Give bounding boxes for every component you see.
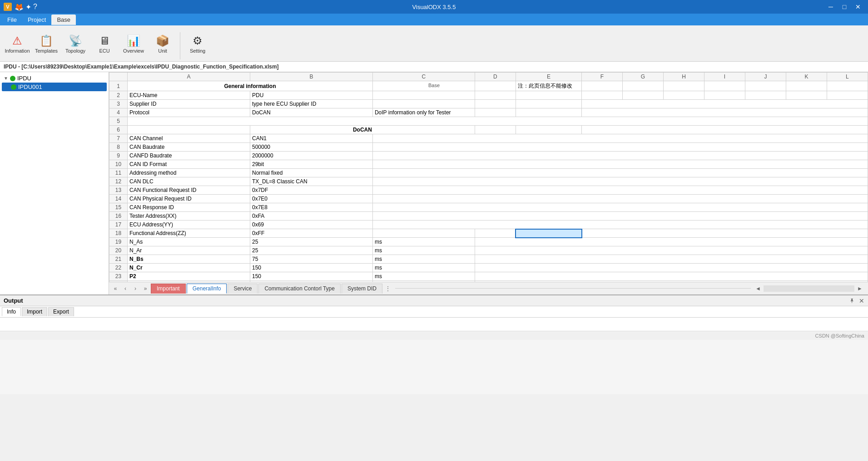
cell-19c[interactable]: ms <box>372 238 475 246</box>
cell-2l[interactable] <box>827 91 868 100</box>
cell-4e[interactable] <box>516 108 581 117</box>
cell-16a[interactable]: Tester Address(XX) <box>128 212 250 221</box>
menu-file[interactable]: File <box>2 15 22 25</box>
tab-communication-control[interactable]: Communication Contorl Type <box>258 284 341 294</box>
scroll-right-icon[interactable]: ► <box>855 284 864 294</box>
toolbar-templates[interactable]: 📋 Templates <box>33 29 60 59</box>
sheet-nav-last[interactable]: » <box>141 284 150 294</box>
cell-2b[interactable]: PDU <box>250 91 372 100</box>
cell-18c[interactable] <box>372 229 475 238</box>
cell-18d[interactable] <box>475 229 516 238</box>
sheet-nav-prev[interactable]: ‹ <box>121 284 130 294</box>
cell-14a[interactable]: CAN Physical Request ID <box>128 195 250 203</box>
sheet-more-btn[interactable]: ⋮ <box>383 284 392 294</box>
cell-17a[interactable]: ECU Address(YY) <box>128 221 250 229</box>
cell-20b[interactable]: 25 <box>250 246 372 255</box>
tab-general-info[interactable]: GeneralInfo <box>187 284 227 294</box>
cell-19b[interactable]: 25 <box>250 238 372 246</box>
cell-3c[interactable] <box>372 100 475 108</box>
cell-22a[interactable]: N_Cr <box>128 264 250 272</box>
menu-base[interactable]: Base <box>51 15 76 25</box>
cell-3d[interactable] <box>475 100 516 108</box>
cell-21a[interactable]: N_Bs <box>128 255 250 264</box>
output-tab-export[interactable]: Export <box>48 307 74 316</box>
cell-6-docan[interactable]: DoCAN <box>250 126 475 134</box>
toolbar-topology[interactable]: 📡 Topology <box>62 29 89 59</box>
table-wrapper[interactable]: A B C D E F G H I J K L <box>109 72 868 282</box>
cell-1j[interactable] <box>745 81 786 91</box>
cell-18a[interactable]: Functional Address(ZZ) <box>128 229 250 238</box>
cell-12b[interactable]: TX_DL=8 Classic CAN <box>250 177 372 186</box>
cell-2f[interactable] <box>582 91 623 100</box>
cell-2i[interactable] <box>704 91 745 100</box>
star-icon[interactable]: ✦ <box>25 3 31 11</box>
cell-1c[interactable] <box>372 81 475 91</box>
toolbar-information[interactable]: ⚠ Information <box>4 29 31 59</box>
sheet-nav-first[interactable]: « <box>111 284 120 294</box>
general-info-cell[interactable]: General information <box>128 81 373 91</box>
cell-23a[interactable]: P2 <box>128 272 250 281</box>
toolbar-setting[interactable]: ⚙ Setting <box>184 29 211 59</box>
cell-3b[interactable]: type here ECU Supplier ID <box>250 100 372 108</box>
cell-21b[interactable]: 75 <box>250 255 372 264</box>
output-close-button[interactable]: ✕ <box>859 297 864 304</box>
cell-6e[interactable] <box>516 126 581 134</box>
cell-1d[interactable] <box>475 81 516 91</box>
output-tab-import[interactable]: Import <box>22 307 47 316</box>
help-icon[interactable]: ? <box>33 3 37 11</box>
minimize-button[interactable]: ─ <box>824 1 837 12</box>
cell-2d[interactable] <box>475 91 516 100</box>
tree-child-ipdu001[interactable]: IPDU001 <box>2 83 107 91</box>
cell-14b[interactable]: 0x7E0 <box>250 195 372 203</box>
cell-2c[interactable] <box>372 91 475 100</box>
cell-23b[interactable]: 150 <box>250 272 372 281</box>
cell-3e[interactable] <box>516 100 581 108</box>
cell-2e[interactable] <box>516 91 581 100</box>
cell-20a[interactable]: N_Ar <box>128 246 250 255</box>
tab-system-did[interactable]: System DID <box>342 284 382 294</box>
cell-15b[interactable]: 0x7E8 <box>250 203 372 212</box>
cell-1i[interactable] <box>704 81 745 91</box>
tree-root-ipdu[interactable]: ▼ IPDU <box>2 74 107 83</box>
cell-15a[interactable]: CAN Response ID <box>128 203 250 212</box>
cell-6a[interactable] <box>128 126 250 134</box>
cell-13a[interactable]: CAN Functional Request ID <box>128 186 250 195</box>
cell-12a[interactable]: CAN DLC <box>128 177 250 186</box>
cell-19a[interactable]: N_As <box>128 238 250 246</box>
cell-17b[interactable]: 0x69 <box>250 221 372 229</box>
close-button[interactable]: ✕ <box>852 1 864 12</box>
cell-9a[interactable]: CANFD Baudrate <box>128 152 250 160</box>
cell-18e[interactable] <box>516 229 581 238</box>
cell-3a[interactable]: Supplier ID <box>128 100 250 108</box>
firefox-icon[interactable]: 🦊 <box>15 3 24 11</box>
restore-button[interactable]: □ <box>838 1 851 12</box>
cell-21c[interactable]: ms <box>372 255 475 264</box>
menu-project[interactable]: Project <box>22 15 51 25</box>
cell-4d[interactable] <box>475 108 516 117</box>
cell-23c[interactable]: ms <box>372 272 475 281</box>
cell-2j[interactable] <box>745 91 786 100</box>
tab-service[interactable]: Service <box>228 284 258 294</box>
cell-1l[interactable] <box>827 81 868 91</box>
cell-1k[interactable] <box>786 81 827 91</box>
cell-8b[interactable]: 500000 <box>250 143 372 152</box>
cell-20c[interactable]: ms <box>372 246 475 255</box>
cell-7a[interactable]: CAN Channel <box>128 134 250 143</box>
cell-7b[interactable]: CAN1 <box>250 134 372 143</box>
cell-11a[interactable]: Addressing method <box>128 169 250 177</box>
cell-11b[interactable]: Normal fixed <box>250 169 372 177</box>
cell-10a[interactable]: CAN ID Format <box>128 160 250 169</box>
cell-2g[interactable] <box>622 91 663 100</box>
scrollbar-track[interactable] <box>764 285 854 292</box>
cell-22c[interactable]: ms <box>372 264 475 272</box>
cell-4b[interactable]: DoCAN <box>250 108 372 117</box>
scroll-left-icon[interactable]: ◄ <box>754 284 763 294</box>
cell-4a[interactable]: Protocol <box>128 108 250 117</box>
cell-22b[interactable]: 150 <box>250 264 372 272</box>
cell-2a[interactable]: ECU-Name <box>128 91 250 100</box>
sheet-nav-next[interactable]: › <box>131 284 140 294</box>
toolbar-ecu[interactable]: 🖥 ECU <box>91 29 118 59</box>
cell-6d[interactable] <box>475 126 516 134</box>
cell-2k[interactable] <box>786 91 827 100</box>
output-tab-info[interactable]: Info <box>2 307 21 316</box>
